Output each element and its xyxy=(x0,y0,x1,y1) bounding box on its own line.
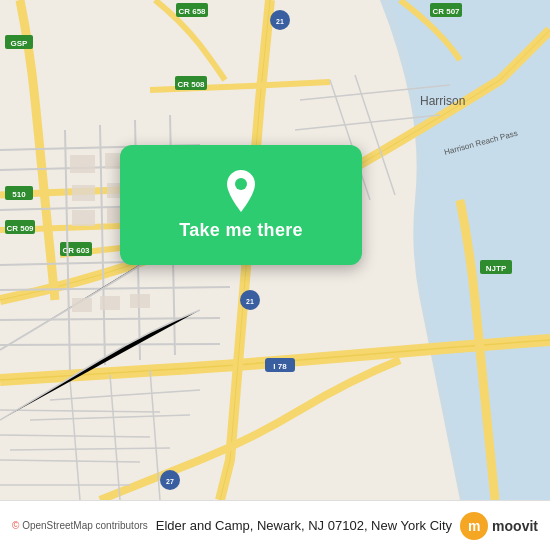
svg-rect-52 xyxy=(70,155,95,173)
svg-rect-55 xyxy=(72,185,95,201)
svg-text:510: 510 xyxy=(12,190,26,199)
map-container: I 78 21 21 27 GSP 510 CR 509 CR 508 xyxy=(0,0,550,500)
location-text: Elder and Camp, Newark, NJ 07102, New Yo… xyxy=(156,518,452,533)
svg-rect-61 xyxy=(130,294,150,308)
moovit-logo: m moovit xyxy=(460,512,538,540)
svg-text:NJTP: NJTP xyxy=(486,264,507,273)
svg-text:CR 658: CR 658 xyxy=(178,7,206,16)
cta-label-text: Take me there xyxy=(179,220,303,241)
svg-text:CR 509: CR 509 xyxy=(6,224,34,233)
svg-text:CR 507: CR 507 xyxy=(432,7,460,16)
svg-line-33 xyxy=(0,344,220,345)
svg-point-62 xyxy=(235,178,247,190)
svg-text:Harrison: Harrison xyxy=(420,94,465,108)
svg-rect-57 xyxy=(72,210,95,226)
svg-text:GSP: GSP xyxy=(11,39,29,48)
svg-rect-59 xyxy=(72,298,92,312)
svg-rect-60 xyxy=(100,296,120,310)
take-me-there-button[interactable]: Take me there xyxy=(120,145,362,265)
bottom-bar: © OpenStreetMap contributors Elder and C… xyxy=(0,500,550,550)
attribution-text: © OpenStreetMap contributors xyxy=(12,520,148,531)
location-pin-icon xyxy=(223,170,259,212)
svg-text:27: 27 xyxy=(166,478,174,485)
svg-text:CR 508: CR 508 xyxy=(177,80,205,89)
svg-text:I 78: I 78 xyxy=(273,362,287,371)
svg-text:21: 21 xyxy=(276,18,284,25)
moovit-text: moovit xyxy=(492,518,538,534)
moovit-icon: m xyxy=(460,512,488,540)
svg-text:21: 21 xyxy=(246,298,254,305)
